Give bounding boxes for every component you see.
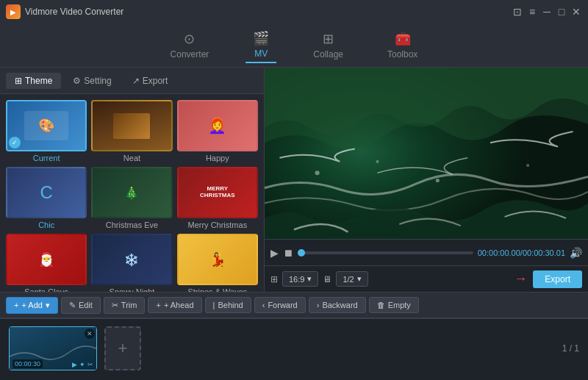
forward-label: Forward <box>268 301 297 309</box>
title-bar-left: ▶ Vidmore Video Converter <box>6 4 123 19</box>
theme-stripes-waves-label: Stripes & Waves <box>187 287 247 292</box>
resolution-value: 1/2 <box>343 275 354 284</box>
collage-icon: ⊞ <box>323 31 334 47</box>
mv-label: MV <box>254 49 268 59</box>
svg-point-5 <box>526 164 529 167</box>
backward-button[interactable]: › Backward <box>309 297 366 313</box>
mv-icon: 🎬 <box>253 30 269 46</box>
preview-area <box>265 68 588 239</box>
title-bar: ▶ Vidmore Video Converter ⊡ ≡ ─ □ ✕ <box>0 0 588 24</box>
edit-button[interactable]: ✎ Edit <box>61 297 101 314</box>
theme-santa-claus-thumb: 🎅 <box>6 234 87 285</box>
theme-christmas-eve[interactable]: 🎄 Christmas Eve <box>91 167 172 229</box>
trim-button[interactable]: ✂ Trim <box>104 297 146 314</box>
nav-toolbox[interactable]: 🧰 Toolbox <box>380 28 425 62</box>
resolution-select[interactable]: 1/2 ▾ <box>336 271 368 287</box>
top-nav: ⊙ Converter 🎬 MV ⊞ Collage 🧰 Toolbox <box>0 24 588 68</box>
theme-merry-christmas-label: Merry Christmas <box>187 221 247 229</box>
forward-button[interactable]: ‹ Forward <box>254 297 306 313</box>
resolution-icon: 🖥 <box>323 274 331 284</box>
app-logo: ▶ <box>6 4 21 19</box>
minimize-btn[interactable]: ─ <box>541 6 553 18</box>
time-display: 00:00:00.00/00:00:30.01 <box>478 248 565 257</box>
add-clip-button[interactable]: + <box>104 326 141 370</box>
nav-converter[interactable]: ⊙ Converter <box>163 28 217 62</box>
clip-close-button[interactable]: ✕ <box>85 329 95 339</box>
main-content: ⊞ Theme ⚙ Setting ↗ Export 🎨 ✓ <box>0 68 588 292</box>
toolbox-icon: 🧰 <box>395 31 411 47</box>
theme-snowy-night-thumb: ❄️ <box>91 234 172 285</box>
add-icon: + <box>14 301 18 309</box>
tab-theme[interactable]: ⊞ Theme <box>6 73 61 89</box>
volume-icon[interactable]: 🔊 <box>570 247 582 259</box>
ahead-button[interactable]: + + Ahead <box>148 297 201 313</box>
ratio-select[interactable]: 16:9 ▾ <box>282 271 318 287</box>
edit-icon: ✎ <box>69 301 76 310</box>
behind-icon: | <box>213 301 215 309</box>
close-btn[interactable]: ✕ <box>570 6 582 18</box>
theme-snowy-night[interactable]: ❄️ Snowy Night <box>91 234 172 292</box>
theme-happy-thumb: 👩‍🦰 <box>177 100 258 151</box>
aspect-ratio-icon: ⊞ <box>270 274 278 284</box>
theme-stripes-waves[interactable]: 💃 Stripes & Waves <box>177 234 258 292</box>
theme-current[interactable]: 🎨 ✓ Current <box>6 100 87 162</box>
minimize-chat-btn[interactable]: ⊡ <box>512 6 523 18</box>
format-left: ⊞ 16:9 ▾ 🖥 1/2 ▾ <box>270 271 368 287</box>
progress-dot <box>298 249 305 257</box>
empty-label: Empty <box>388 301 411 309</box>
setting-tab-label: Setting <box>84 76 111 86</box>
theme-neat-thumb <box>91 100 172 151</box>
trash-icon: 🗑 <box>377 301 385 309</box>
format-bar: ⊞ 16:9 ▾ 🖥 1/2 ▾ → Export <box>265 265 588 292</box>
title-bar-controls[interactable]: ⊡ ≡ ─ □ ✕ <box>512 6 582 18</box>
theme-tab-label: Theme <box>25 76 52 86</box>
ratio-dropdown-icon: ▾ <box>307 274 312 284</box>
tab-export[interactable]: ↗ Export <box>123 73 177 89</box>
bottom-toolbar: + + Add ▾ ✎ Edit ✂ Trim + + Ahead | Behi… <box>0 292 588 318</box>
theme-christmas-eve-thumb: 🎄 <box>91 167 172 218</box>
theme-current-label: Current <box>33 154 60 162</box>
maximize-btn[interactable]: □ <box>556 6 567 18</box>
export-tab-label: Export <box>143 76 168 86</box>
trim-icon: ✂ <box>112 301 118 310</box>
theme-chic[interactable]: C Chic <box>6 167 87 229</box>
behind-button[interactable]: | Behind <box>205 297 251 313</box>
theme-stripes-waves-thumb: 💃 <box>177 234 258 285</box>
play-button[interactable]: ▶ <box>270 247 279 259</box>
export-area: → Export <box>514 270 582 288</box>
tab-bar: ⊞ Theme ⚙ Setting ↗ Export <box>0 68 264 94</box>
export-tab-icon: ↗ <box>132 76 140 86</box>
progress-track[interactable] <box>298 251 473 254</box>
backward-label: Backward <box>322 301 357 309</box>
trim-label: Trim <box>121 301 137 309</box>
theme-grid: 🎨 ✓ Current Neat <box>0 94 264 292</box>
nav-mv[interactable]: 🎬 MV <box>245 27 276 63</box>
theme-chic-thumb: C <box>6 167 87 218</box>
clip-action-icons: ▶ ✦ ✂ <box>72 361 93 368</box>
theme-chic-label: Chic <box>38 221 54 229</box>
arrow-right-icon: → <box>514 271 527 287</box>
theme-neat[interactable]: Neat <box>91 100 172 162</box>
theme-neat-label: Neat <box>123 154 140 162</box>
empty-button[interactable]: 🗑 Empty <box>369 297 419 313</box>
theme-merry-christmas[interactable]: MERRYCHRISTMAS Merry Christmas <box>177 167 258 229</box>
stop-button[interactable]: ⏹ <box>283 247 293 259</box>
behind-label: Behind <box>218 301 243 309</box>
theme-santa-claus[interactable]: 🎅 Santa Claus <box>6 234 87 292</box>
nav-collage[interactable]: ⊞ Collage <box>306 28 351 62</box>
ratio-value: 16:9 <box>289 275 304 284</box>
menu-btn[interactable]: ≡ <box>526 6 538 18</box>
export-button[interactable]: Export <box>533 270 582 288</box>
theme-happy-label: Happy <box>206 154 229 162</box>
svg-point-4 <box>436 179 440 182</box>
add-label: + Add <box>21 301 42 309</box>
add-dropdown-icon: ▾ <box>46 301 50 310</box>
theme-happy[interactable]: 👩‍🦰 Happy <box>177 100 258 162</box>
tab-setting[interactable]: ⚙ Setting <box>64 73 120 89</box>
svg-point-2 <box>315 171 320 175</box>
add-button[interactable]: + + Add ▾ <box>6 297 58 314</box>
ahead-label: + Ahead <box>164 301 194 309</box>
timeline-clip[interactable]: ✕ 00:00:30 ▶ ✦ ✂ <box>9 326 97 370</box>
resolution-dropdown-icon: ▾ <box>357 274 362 284</box>
converter-icon: ⊙ <box>184 31 195 47</box>
